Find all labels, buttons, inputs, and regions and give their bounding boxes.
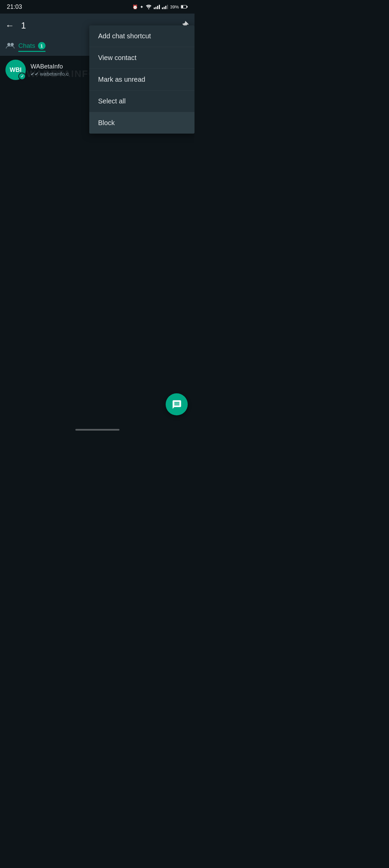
svg-point-4 [7,43,11,46]
wifi-icon [146,4,152,9]
chats-badge: 1 [38,42,45,50]
bluetooth-icon: ✦ [140,4,144,9]
context-menu: Add chat shortcut View contact Mark as u… [89,25,194,134]
menu-item-block[interactable]: Block [89,112,194,134]
chats-tab[interactable]: Chats 1 [18,41,45,52]
signal-bar-2 [162,4,168,9]
home-indicator [75,429,119,431]
new-chat-fab[interactable] [166,393,188,415]
alarm-icon: ⏰ [132,4,138,9]
svg-rect-2 [182,6,183,8]
svg-point-0 [148,8,149,9]
read-receipt-icon: ✔✔ [31,71,39,77]
back-button[interactable]: ← [5,20,14,31]
battery-icon [181,4,188,9]
chat-preview-text: wabetainfo.c [40,71,69,77]
menu-item-mark-unread[interactable]: Mark as unread [89,69,194,91]
chats-tab-label: Chats [18,42,35,50]
status-time: 21:03 [7,3,22,11]
status-icons: ⏰ ✦ 39% [132,4,188,9]
new-chat-icon [172,399,182,410]
avatar: WBI ✓ [5,60,26,80]
menu-item-view-contact[interactable]: View contact [89,47,194,69]
svg-point-5 [11,43,14,46]
svg-rect-3 [187,6,188,8]
menu-item-select-all[interactable]: Select all [89,91,194,112]
avatar-check-badge: ✓ [18,73,26,80]
groups-tab-icon[interactable] [5,42,15,51]
menu-item-add-shortcut[interactable]: Add chat shortcut [89,25,194,47]
avatar-initials: WBI [10,66,22,74]
status-bar: 21:03 ⏰ ✦ 39% [0,0,194,14]
battery-level: 39% [170,4,179,9]
signal-bar-1 [154,4,160,9]
